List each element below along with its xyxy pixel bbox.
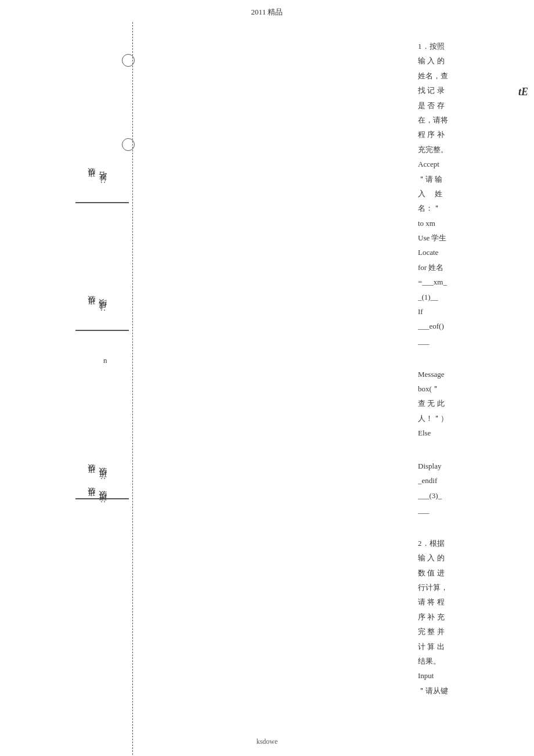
rc-line-8: 充完整。 <box>418 143 528 156</box>
rc-blank-1 <box>418 349 528 362</box>
rc-line-33: 数 值 进 <box>418 566 528 579</box>
dashed-line <box>132 22 133 755</box>
rc-line-19: If <box>418 305 528 318</box>
rc-line-1: 1．按照 <box>418 39 528 53</box>
rc-line-37: 完 整 并 <box>418 625 528 638</box>
label-grade: 班级: <box>98 475 108 484</box>
circle-marker-1 <box>122 54 135 67</box>
h-line-2 <box>75 330 129 331</box>
rc-line-10: ＂请 输 <box>418 172 528 186</box>
top-right-corner-text: tE <box>518 86 528 98</box>
right-content: 1．按照 输 入 的 姓名，查 找 记 录 是 否 存 在，请将 程 序 补 充… <box>418 39 534 699</box>
rc-line-36: 序 补 充 <box>418 610 528 624</box>
rc-blank-3 <box>418 519 528 532</box>
rc-line-25: 人！＂） <box>418 412 528 425</box>
rc-line-6: 在，请将 <box>418 113 528 127</box>
rc-line-24: 查 无 此 <box>418 397 528 410</box>
rc-line-29: ___(3)_ <box>418 489 528 502</box>
rc-line-3: 姓名，查 <box>418 69 528 82</box>
rc-line-27: Display <box>418 459 528 473</box>
rc-line-22: Message <box>418 368 528 381</box>
h-line-1 <box>75 202 129 203</box>
rc-line-32: 输 入 的 <box>418 551 528 564</box>
rc-line-4: 找 记 录 <box>418 84 528 97</box>
left-labels-area: 姓名: 班级 成绩: 班级 n 班级: 班级 班级: 班级 <box>0 22 132 755</box>
rc-line-35: 请 将 程 <box>418 595 528 609</box>
rc-line-18: _(1)__ <box>418 290 528 304</box>
page-header: 2011 精品 <box>0 0 534 22</box>
rc-line-30: ___ <box>418 503 528 517</box>
rc-line-15: Locate <box>418 246 528 259</box>
rc-line-16: for 姓名 <box>418 261 528 274</box>
rc-line-31: 2．根据 <box>418 537 528 550</box>
label-score2: 班级: <box>98 498 108 507</box>
rc-line-7: 程 序 补 <box>418 128 528 141</box>
rc-line-17: =___xm_ <box>418 275 528 289</box>
circle-marker-2 <box>122 138 135 151</box>
rc-blank-2 <box>418 441 528 455</box>
label-small-n: n <box>103 356 107 365</box>
rc-line-12: 名：＂ <box>418 201 528 215</box>
rc-line-39: 结果。 <box>418 654 528 668</box>
rc-line-11: 入 姓 <box>418 187 528 200</box>
rc-line-41: ＂请从键 <box>418 684 528 697</box>
rc-line-5: 是 否 存 <box>418 99 528 112</box>
rc-line-23: box(＂ <box>418 382 528 395</box>
rc-line-21: ___ <box>418 334 528 348</box>
label-score-class: 班级 <box>86 307 96 311</box>
label-score: 成绩: <box>98 307 108 316</box>
bottom-center-text: ksdowe <box>257 737 278 746</box>
rc-line-13: to xm <box>418 217 528 230</box>
label-name: 姓名: <box>98 179 108 188</box>
rc-line-34: 行计算， <box>418 581 528 594</box>
rc-line-20: ___eof() <box>418 319 528 333</box>
rc-line-28: _endif <box>418 474 528 487</box>
label-grade-class: 班级 <box>86 475 96 480</box>
rc-line-2: 输 入 的 <box>418 54 528 67</box>
main-content: 姓名: 班级 成绩: 班级 n 班级: 班级 班级: 班级 1．按照 输 入 的… <box>0 22 534 755</box>
rc-line-14: Use 学生 <box>418 231 528 244</box>
rc-line-40: Input <box>418 669 528 682</box>
label-class-num: 班级 <box>86 179 96 183</box>
rc-line-38: 计 算 出 <box>418 640 528 653</box>
rc-line-9: Accept <box>418 157 528 171</box>
header-title: 2011 精品 <box>251 8 283 16</box>
label-score2-class: 班级 <box>86 498 96 503</box>
rc-line-26: Else <box>418 426 528 440</box>
